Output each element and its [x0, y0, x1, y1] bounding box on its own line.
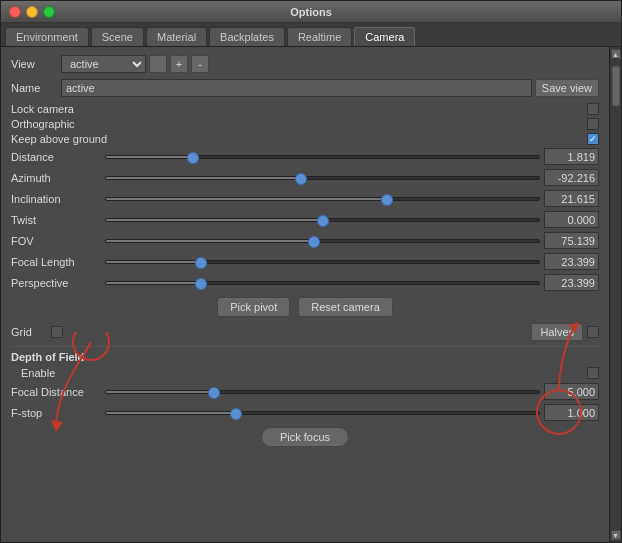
divider-1 — [11, 346, 599, 347]
reset-camera-button[interactable]: Reset camera — [298, 297, 392, 317]
perspective-track[interactable] — [105, 281, 540, 285]
fov-track[interactable] — [105, 239, 540, 243]
lock-camera-row: Lock camera — [11, 103, 599, 115]
twist-value[interactable] — [544, 211, 599, 228]
azimuth-value[interactable] — [544, 169, 599, 186]
main-window: Options Environment Scene Material Backp… — [0, 0, 622, 543]
inclination-row: Inclination — [11, 190, 599, 207]
keep-above-ground-label: Keep above ground — [11, 133, 587, 145]
action-buttons-row: Pick pivot Reset camera — [11, 297, 599, 317]
minimize-btn[interactable] — [26, 6, 38, 18]
halves-button[interactable]: Halves — [531, 323, 583, 341]
tab-camera[interactable]: Camera — [354, 27, 415, 46]
focal-distance-value[interactable] — [544, 383, 599, 400]
dof-title: Depth of Field — [11, 351, 599, 363]
fstop-label: F-stop — [11, 407, 101, 419]
perspective-row: Perspective — [11, 274, 599, 291]
focal-distance-track[interactable] — [105, 390, 540, 394]
enable-row: Enable — [11, 367, 599, 379]
pick-focus-button[interactable]: Pick focus — [261, 427, 349, 447]
azimuth-track[interactable] — [105, 176, 540, 180]
inclination-track[interactable] — [105, 197, 540, 201]
focal-length-label: Focal Length — [11, 256, 101, 268]
scroll-down-arrow[interactable]: ▼ — [611, 530, 621, 540]
inclination-label: Inclination — [11, 193, 101, 205]
azimuth-row: Azimuth — [11, 169, 599, 186]
orthographic-row: Orthographic — [11, 118, 599, 130]
azimuth-label: Azimuth — [11, 172, 101, 184]
tab-realtime[interactable]: Realtime — [287, 27, 352, 46]
view-remove-btn[interactable]: - — [191, 55, 209, 73]
grid-checkbox[interactable] — [51, 326, 63, 338]
perspective-value[interactable] — [544, 274, 599, 291]
window-title: Options — [290, 6, 332, 18]
title-bar: Options — [1, 1, 621, 23]
tab-material[interactable]: Material — [146, 27, 207, 46]
pick-pivot-button[interactable]: Pick pivot — [217, 297, 290, 317]
tab-bar: Environment Scene Material Backplates Re… — [1, 23, 621, 47]
distance-track[interactable] — [105, 155, 540, 159]
window-controls — [9, 6, 55, 18]
focal-length-row: Focal Length — [11, 253, 599, 270]
view-row: View active + - — [11, 55, 599, 73]
main-panel: View active + - Name Save view Lock came… — [1, 47, 609, 542]
save-view-button[interactable]: Save view — [535, 79, 599, 97]
focal-distance-label: Focal Distance — [11, 386, 101, 398]
tab-backplates[interactable]: Backplates — [209, 27, 285, 46]
close-btn[interactable] — [9, 6, 21, 18]
fov-value[interactable] — [544, 232, 599, 249]
inclination-value[interactable] — [544, 190, 599, 207]
name-input[interactable] — [61, 79, 532, 97]
pick-focus-area: Pick focus — [11, 427, 599, 447]
svg-marker-0 — [51, 420, 63, 432]
perspective-label: Perspective — [11, 277, 101, 289]
lock-camera-checkbox[interactable] — [587, 103, 599, 115]
distance-value[interactable] — [544, 148, 599, 165]
distance-label: Distance — [11, 151, 101, 163]
keep-above-ground-row: Keep above ground — [11, 133, 599, 145]
content-area: View active + - Name Save view Lock came… — [1, 47, 621, 542]
enable-checkbox[interactable] — [587, 367, 599, 379]
focal-length-track[interactable] — [105, 260, 540, 264]
fstop-value[interactable] — [544, 404, 599, 421]
scrollbar: ▲ ▼ — [609, 47, 621, 542]
twist-row: Twist — [11, 211, 599, 228]
fov-label: FOV — [11, 235, 101, 247]
keep-above-ground-checkbox[interactable] — [587, 133, 599, 145]
view-dropdown[interactable]: active — [61, 55, 146, 73]
orthographic-label: Orthographic — [11, 118, 587, 130]
grid-row: Grid Halves — [11, 323, 599, 341]
scroll-up-arrow[interactable]: ▲ — [611, 49, 621, 59]
grid-label: Grid — [11, 326, 51, 338]
view-square-btn[interactable] — [149, 55, 167, 73]
twist-label: Twist — [11, 214, 101, 226]
distance-row: Distance — [11, 148, 599, 165]
orthographic-checkbox[interactable] — [587, 118, 599, 130]
fov-row: FOV — [11, 232, 599, 249]
view-label: View — [11, 58, 61, 70]
lock-camera-label: Lock camera — [11, 103, 587, 115]
name-label: Name — [11, 82, 61, 94]
tab-environment[interactable]: Environment — [5, 27, 89, 46]
scroll-track[interactable] — [611, 61, 621, 528]
name-row: Name Save view — [11, 79, 599, 97]
fstop-row: F-stop — [11, 404, 599, 421]
view-add-btn[interactable]: + — [170, 55, 188, 73]
halves-checkbox[interactable] — [587, 326, 599, 338]
twist-track[interactable] — [105, 218, 540, 222]
tab-scene[interactable]: Scene — [91, 27, 144, 46]
scroll-thumb[interactable] — [612, 66, 620, 106]
maximize-btn[interactable] — [43, 6, 55, 18]
focal-distance-row: Focal Distance — [11, 383, 599, 400]
fstop-track[interactable] — [105, 411, 540, 415]
enable-label: Enable — [21, 367, 587, 379]
focal-length-value[interactable] — [544, 253, 599, 270]
